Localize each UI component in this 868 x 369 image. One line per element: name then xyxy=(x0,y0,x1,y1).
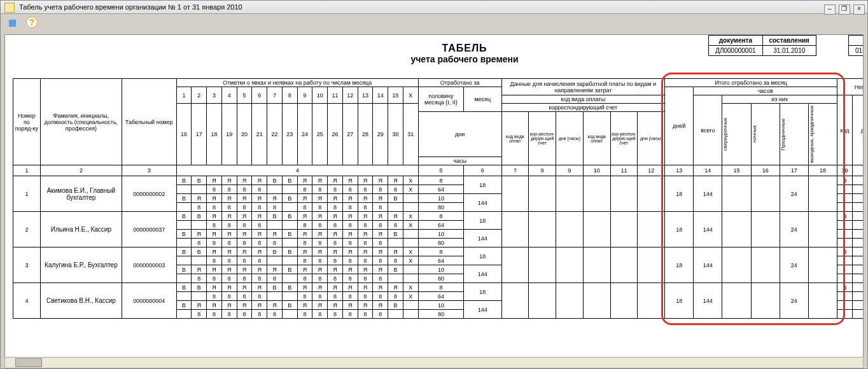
mark-cell: Я xyxy=(388,176,403,185)
hour-cell: 8 xyxy=(312,221,328,230)
mark-cell: Я xyxy=(297,283,312,292)
close-button[interactable]: × xyxy=(853,4,865,15)
mark-cell: Я xyxy=(207,212,222,221)
hdr-day: 30 xyxy=(388,104,403,165)
mark-cell: Я xyxy=(252,283,267,292)
cell-name: Акимова Е.И., Главный бухгалтер xyxy=(40,176,122,212)
window-title: Табель учета рабочего времени организаци… xyxy=(19,3,242,11)
hour-cell: 8 xyxy=(342,274,358,283)
pay-cell xyxy=(501,283,529,319)
abs-days xyxy=(852,274,864,283)
maximize-button[interactable]: ❐ xyxy=(839,4,850,15)
meta-tables: документа составления с ДЛ000000001 31.0… xyxy=(708,35,864,56)
hour-cell: 8 xyxy=(312,310,328,319)
help-icon: ? xyxy=(26,17,38,28)
half-hours: 64 xyxy=(418,221,463,230)
scrollbar-thumb[interactable] xyxy=(15,358,42,367)
hour-cell: 8 xyxy=(207,292,222,301)
hour-cell: 8 xyxy=(221,310,237,319)
hdr-day: 16 xyxy=(176,104,192,165)
mark-cell: Я xyxy=(328,265,343,274)
hour-cell: 8 xyxy=(237,292,252,301)
pay-cell xyxy=(529,283,556,319)
hour-cell: 8 xyxy=(192,274,207,283)
hour-cell: 8 xyxy=(358,239,373,247)
mark-cell: В xyxy=(176,247,192,256)
colnum: 15 xyxy=(722,165,751,176)
meta-from-label: с xyxy=(848,36,864,46)
half-hours2: 80 xyxy=(418,274,463,283)
help-button[interactable]: ? xyxy=(24,16,39,30)
total-days: 18 xyxy=(665,247,694,283)
mark-cell: Я xyxy=(342,230,358,239)
mark-cell: Я xyxy=(312,265,328,274)
hdr-day: 22 xyxy=(267,104,283,165)
hdr-total2: всего xyxy=(694,95,722,165)
hdr-day: 24 xyxy=(297,104,312,165)
hour-cell xyxy=(176,274,192,283)
half-days: 8 xyxy=(418,283,463,292)
grid-button[interactable]: ▦ xyxy=(4,15,20,29)
abs-days xyxy=(852,203,864,212)
hour-cell: X xyxy=(403,292,418,301)
mark-cell: Я xyxy=(207,194,222,203)
document-viewport[interactable]: документа составления с ДЛ000000001 31.0… xyxy=(4,34,864,366)
hdr-marks: Отметки о явках и неявках на работу по ч… xyxy=(176,79,418,87)
colnum: 9 xyxy=(556,165,584,176)
mark-cell: Я xyxy=(237,265,252,274)
mark-cell: В xyxy=(176,194,192,203)
mark-cell: В xyxy=(176,176,192,185)
pay-cell xyxy=(529,212,556,247)
hdr-day: X xyxy=(403,87,418,104)
hdr-day: 7 xyxy=(267,87,283,104)
mark-cell: Я xyxy=(373,247,388,256)
abs-code xyxy=(837,301,853,310)
half-days2: 10 xyxy=(418,265,463,274)
mark-cell xyxy=(403,265,418,274)
half-days: 8 xyxy=(418,176,463,185)
month-days: 18 xyxy=(464,247,501,265)
mark-cell: Я xyxy=(221,247,237,256)
night-cell xyxy=(751,212,780,247)
mark-cell: Я xyxy=(207,247,222,256)
hdr-day: 11 xyxy=(328,87,343,104)
weekend-cell xyxy=(808,283,837,319)
horizontal-scrollbar[interactable] xyxy=(4,357,864,368)
pay-cell xyxy=(610,247,638,283)
cell-tabno: 0000000002 xyxy=(122,176,177,212)
mark-cell: Я xyxy=(192,265,207,274)
hour-cell: 8 xyxy=(297,292,312,301)
hdr-days: дни xyxy=(418,112,501,157)
hdr-overtime: сверхурочных xyxy=(722,104,751,165)
half-days2: 10 xyxy=(418,301,463,310)
hdr-pay-c3: дни (часы) xyxy=(556,112,584,165)
hdr-day: 18 xyxy=(207,104,222,165)
mark-cell: Я xyxy=(342,247,358,256)
hour-cell: 8 xyxy=(297,203,312,212)
minimize-button[interactable]: – xyxy=(824,4,836,15)
abs-days xyxy=(852,239,864,247)
mark-cell: В xyxy=(267,176,283,185)
hour-cell: 8 xyxy=(358,292,373,301)
half-days2: 10 xyxy=(418,230,463,239)
mark-cell: Я xyxy=(297,301,312,310)
mark-cell: Я xyxy=(358,301,373,310)
mark-cell: В xyxy=(192,283,207,292)
weekend-cell xyxy=(808,247,837,283)
holiday-cell: 24 xyxy=(780,212,808,247)
mark-cell: Я xyxy=(237,212,252,221)
hdr-day: 21 xyxy=(252,104,267,165)
mark-cell: Я xyxy=(328,212,343,221)
hour-cell: 8 xyxy=(312,292,328,301)
hour-cell: 8 xyxy=(252,256,267,265)
meta-comp-date: 31.01.2010 xyxy=(762,46,816,56)
hour-cell xyxy=(282,203,297,212)
mark-cell: Я xyxy=(297,176,312,185)
abs-code: В xyxy=(837,247,853,256)
toolbar: ▦ ? xyxy=(1,14,867,32)
mark-cell: В xyxy=(192,212,207,221)
hour-cell: 8 xyxy=(312,256,328,265)
hour-cell xyxy=(176,310,192,319)
hdr-day: 17 xyxy=(192,104,207,165)
cell-tabno: 0000000003 xyxy=(122,247,177,283)
